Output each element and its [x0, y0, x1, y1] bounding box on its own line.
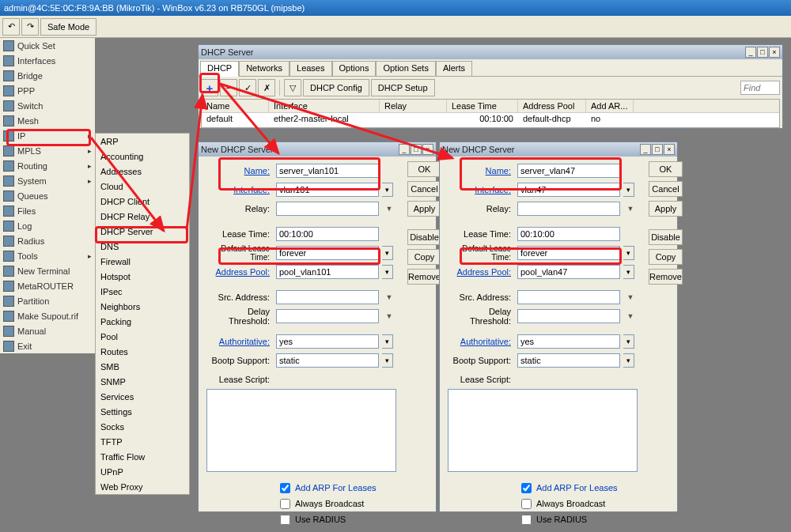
dropdown-icon[interactable]: ▾ [382, 353, 393, 368]
tab-leases[interactable]: Leases [290, 61, 331, 77]
auth-input[interactable] [517, 334, 620, 349]
col-pool[interactable]: Address Pool [518, 100, 586, 112]
submenu-item-socks[interactable]: Socks [96, 419, 189, 434]
disable-button[interactable]: Disable [407, 229, 441, 245]
enable-button[interactable]: ✓ [239, 79, 256, 96]
col-lease[interactable]: Lease Time [447, 100, 518, 112]
expand-icon[interactable]: ▼ [625, 290, 636, 304]
name-input[interactable] [517, 164, 620, 178]
submenu-item-arp[interactable]: ARP [96, 134, 189, 149]
lease-input[interactable] [276, 227, 379, 241]
table-row[interactable]: default ether2-master-local 00:10:00 def… [202, 113, 779, 124]
add-button[interactable]: + [201, 79, 218, 96]
submenu-item-traffic-flow[interactable]: Traffic Flow [96, 449, 189, 464]
sidebar-item-new-terminal[interactable]: New Terminal [0, 263, 95, 278]
radius-checkbox[interactable] [521, 515, 532, 525]
undo-button[interactable]: ↶ [2, 18, 20, 36]
tab-dhcp[interactable]: DHCP [200, 61, 239, 77]
submenu-item-routes[interactable]: Routes [96, 344, 189, 359]
submenu-item-services[interactable]: Services [96, 389, 189, 404]
submenu-item-dhcp-relay[interactable]: DHCP Relay [96, 209, 189, 224]
relay-input[interactable] [276, 202, 379, 216]
sidebar-item-ppp[interactable]: PPP [0, 83, 95, 98]
sidebar-item-manual[interactable]: Manual [0, 323, 95, 338]
submenu-item-tftp[interactable]: TFTP [96, 434, 189, 449]
submenu-item-web-proxy[interactable]: Web Proxy [96, 479, 189, 494]
dropdown-icon[interactable]: ▾ [623, 246, 634, 260]
relay-input[interactable] [517, 202, 620, 216]
expand-icon[interactable]: ▼ [625, 202, 636, 216]
sidebar-item-mesh[interactable]: Mesh [0, 113, 95, 128]
close-button[interactable]: × [664, 144, 675, 155]
submenu-item-hotspot[interactable]: Hotspot [96, 269, 189, 284]
sidebar-item-log[interactable]: Log [0, 218, 95, 233]
dhcp-config-button[interactable]: DHCP Config [303, 79, 369, 96]
sidebar-item-radius[interactable]: Radius [0, 233, 95, 248]
dropdown-icon[interactable]: ▾ [382, 183, 393, 197]
sidebar-item-exit[interactable]: Exit [0, 338, 95, 353]
submenu-item-settings[interactable]: Settings [96, 404, 189, 419]
dropdown-icon[interactable]: ▾ [623, 265, 634, 279]
pool-input[interactable] [276, 265, 379, 279]
submenu-item-dns[interactable]: DNS [96, 239, 189, 254]
submenu-item-dhcp-server[interactable]: DHCP Server [96, 224, 189, 239]
disable-button[interactable]: ✗ [258, 79, 275, 96]
copy-button[interactable]: Copy [649, 249, 683, 265]
sidebar-item-routing[interactable]: Routing▸ [0, 158, 95, 173]
sidebar-item-bridge[interactable]: Bridge [0, 68, 95, 83]
find-input[interactable] [740, 81, 780, 95]
sidebar-item-partition[interactable]: Partition [0, 293, 95, 308]
dropdown-icon[interactable]: ▾ [382, 265, 393, 279]
tab-networks[interactable]: Networks [239, 61, 290, 77]
add-arp-checkbox[interactable] [280, 483, 290, 493]
sidebar-item-mpls[interactable]: MPLS▸ [0, 143, 95, 158]
submenu-item-dhcp-client[interactable]: DHCP Client [96, 194, 189, 209]
interface-input[interactable] [276, 183, 379, 197]
sidebar-item-interfaces[interactable]: Interfaces [0, 53, 95, 68]
submenu-item-addresses[interactable]: Addresses [96, 164, 189, 179]
col-name[interactable]: Name [202, 100, 269, 112]
dropdown-icon[interactable]: ▾ [623, 183, 634, 197]
dropdown-icon[interactable]: ▾ [382, 334, 393, 349]
ok-button[interactable]: OK [407, 161, 441, 177]
dropdown-icon[interactable]: ▾ [623, 334, 634, 349]
sidebar-item-metarouter[interactable]: MetaROUTER [0, 278, 95, 293]
src-input[interactable] [517, 290, 620, 304]
remove-button[interactable]: − [220, 79, 237, 96]
cancel-button[interactable]: Cancel [407, 181, 441, 197]
submenu-item-neighbors[interactable]: Neighbors [96, 299, 189, 314]
submenu-item-firewall[interactable]: Firewall [96, 254, 189, 269]
maximize-button[interactable]: □ [411, 144, 422, 155]
redo-button[interactable]: ↷ [21, 18, 39, 36]
add-arp-checkbox[interactable] [521, 483, 532, 493]
close-button[interactable]: × [422, 144, 433, 155]
auth-input[interactable] [276, 334, 379, 349]
broadcast-checkbox[interactable] [521, 499, 532, 509]
minimize-button[interactable]: _ [640, 144, 651, 155]
minimize-button[interactable]: _ [399, 144, 410, 155]
cancel-button[interactable]: Cancel [649, 181, 683, 197]
sidebar-item-queues[interactable]: Queues [0, 188, 95, 203]
copy-button[interactable]: Copy [407, 249, 441, 265]
broadcast-checkbox[interactable] [280, 499, 290, 509]
submenu-item-snmp[interactable]: SNMP [96, 374, 189, 389]
radius-checkbox[interactable] [280, 515, 290, 525]
sidebar-item-ip[interactable]: IP▸ [0, 128, 95, 143]
sidebar-item-system[interactable]: System▸ [0, 173, 95, 188]
col-relay[interactable]: Relay [380, 100, 447, 112]
src-input[interactable] [276, 290, 379, 304]
minimize-button[interactable]: _ [745, 47, 756, 58]
sidebar-item-make-supout-rif[interactable]: Make Supout.rif [0, 308, 95, 323]
ok-button[interactable]: OK [649, 161, 683, 177]
col-interface[interactable]: Interface [269, 100, 380, 112]
default-lease-input[interactable] [276, 246, 379, 260]
bootp-input[interactable] [517, 353, 620, 368]
sidebar-item-tools[interactable]: Tools▸ [0, 248, 95, 263]
sidebar-item-files[interactable]: Files [0, 203, 95, 218]
tab-option-sets[interactable]: Option Sets [376, 61, 435, 77]
expand-icon[interactable]: ▼ [384, 202, 395, 216]
bootp-input[interactable] [276, 353, 379, 368]
disable-button[interactable]: Disable [649, 229, 683, 245]
apply-button[interactable]: Apply [649, 201, 683, 217]
sidebar-item-switch[interactable]: Switch [0, 98, 95, 113]
